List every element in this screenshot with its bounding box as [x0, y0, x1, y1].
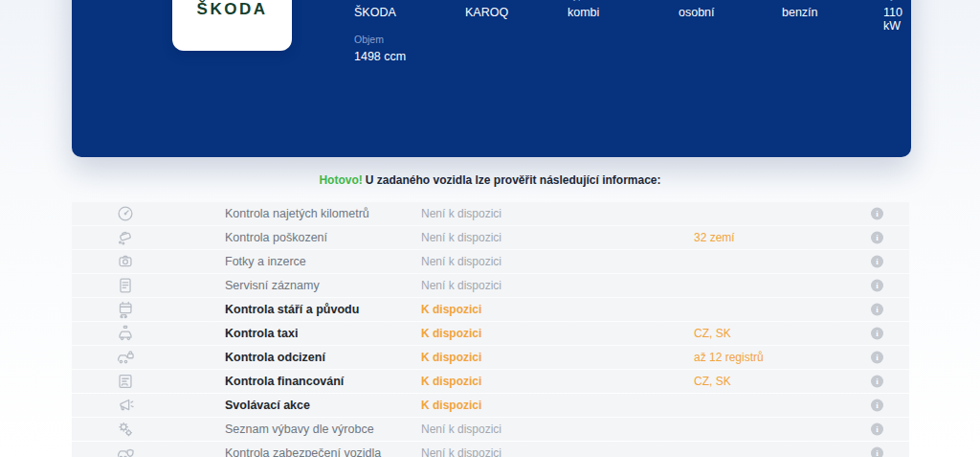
- field-body-type: Typ karosérie kombi: [568, 0, 628, 19]
- check-label: Svolávací akce: [225, 399, 310, 412]
- check-status: Není k dispozici: [421, 207, 501, 220]
- check-status: K dispozici: [421, 375, 481, 388]
- table-row[interactable]: Kontrola odcizení K dispozici kontrolová…: [72, 346, 909, 369]
- check-status: Není k dispozici: [421, 231, 501, 244]
- table-row[interactable]: Kontrola stáří a původu K dispozici: [72, 298, 909, 321]
- table-row[interactable]: Servisní záznamy Není k dispozici: [72, 274, 909, 297]
- check-status: Není k dispozici: [421, 446, 501, 457]
- field-brand: Tovární značka ŠKODA: [354, 0, 422, 19]
- check-status: K dispozici: [421, 399, 481, 412]
- table-row[interactable]: Kontrola najetých kilometrů Není k dispo…: [72, 202, 909, 225]
- status-highlight: Hotovo!: [319, 173, 362, 187]
- table-row[interactable]: Kontrola financování K dispozici kontrol…: [72, 370, 909, 393]
- check-label: Fotky a inzerce: [225, 255, 306, 268]
- camera-icon: [115, 251, 136, 272]
- check-label: Kontrola odcizení: [225, 351, 325, 364]
- info-icon[interactable]: [871, 280, 883, 292]
- info-icon[interactable]: [871, 328, 883, 340]
- check-status: K dispozici: [421, 303, 481, 316]
- info-icon[interactable]: [871, 232, 883, 244]
- gears-icon: [115, 419, 136, 440]
- taxi-icon: [115, 323, 136, 344]
- table-row[interactable]: Fotky a inzerce Není k dispozici: [72, 250, 909, 273]
- car-damage-icon: [115, 227, 136, 248]
- check-label: Seznam výbavy dle výrobce: [225, 423, 374, 436]
- field-power: Výkon 110 kW: [883, 0, 911, 33]
- checked-value: CZ, SK: [694, 375, 731, 388]
- info-icon[interactable]: [871, 423, 883, 436]
- info-icon[interactable]: [871, 447, 883, 457]
- check-status: K dispozici: [421, 327, 481, 340]
- field-model: Model KAROQ: [465, 0, 508, 19]
- status-text: U zadaného vozidla lze prověřit následuj…: [366, 173, 661, 187]
- info-icon[interactable]: [871, 400, 883, 412]
- info-icon[interactable]: [871, 352, 883, 364]
- check-label: Kontrola financování: [225, 375, 344, 388]
- check-label: Kontrola stáří a původu: [225, 303, 359, 316]
- table-row[interactable]: Kontrola zabezpečení vozidla Není k disp…: [72, 442, 909, 457]
- brand-logo-card: ŠKODA: [172, 0, 292, 51]
- checked-value: CZ, SK: [694, 327, 731, 340]
- result-status-line: Hotovo!U zadaného vozidla lze prověřit n…: [0, 173, 980, 187]
- car-shield-icon: [115, 443, 136, 457]
- check-label: Kontrola taxi: [225, 327, 298, 340]
- table-row[interactable]: Kontrola taxi K dispozici kontrolováno: …: [72, 322, 909, 345]
- table-row[interactable]: Seznam výbavy dle výrobce Není k dispozi…: [72, 418, 909, 441]
- calendar-car-icon: [115, 299, 136, 320]
- megaphone-icon: [115, 395, 136, 416]
- check-status: Není k dispozici: [421, 279, 501, 292]
- check-label: Kontrola najetých kilometrů: [225, 207, 369, 220]
- field-fuel: Palivo benzín: [782, 0, 818, 19]
- check-label: Kontrola zabezpečení vozidla: [225, 446, 381, 457]
- checks-table: Kontrola najetých kilometrů Není k dispo…: [72, 202, 909, 457]
- skoda-wordmark: ŠKODA: [172, 0, 292, 19]
- field-vehicle-kind: Druh vozidla osobní: [679, 0, 734, 19]
- info-icon[interactable]: [871, 208, 883, 220]
- field-engine-volume: Objem 1498 ccm: [354, 34, 406, 63]
- gauge-icon: [115, 203, 136, 224]
- check-status: K dispozici: [421, 351, 481, 364]
- car-lock-icon: [115, 347, 136, 368]
- checked-value: až 12 registrů: [694, 351, 764, 364]
- service-book-icon: [115, 275, 136, 296]
- checked-value: 32 zemí: [694, 231, 735, 244]
- vehicle-summary-panel: ŠKODA TMBJR7NUXJ2007073 ✓ kontrolní čísl…: [72, 0, 911, 157]
- check-status: Není k dispozici: [421, 423, 501, 436]
- vin-check-page: ŠKODA TMBJR7NUXJ2007073 ✓ kontrolní čísl…: [0, 0, 980, 457]
- info-icon[interactable]: [871, 376, 883, 388]
- table-row[interactable]: Svolávací akce K dispozici: [72, 394, 909, 417]
- finance-doc-icon: [115, 371, 136, 392]
- info-icon[interactable]: [871, 256, 883, 268]
- check-label: Kontrola poškození: [225, 231, 327, 244]
- table-row[interactable]: Kontrola poškození Není k dispozici kont…: [72, 226, 909, 249]
- check-label: Servisní záznamy: [225, 279, 320, 292]
- info-icon[interactable]: [871, 304, 883, 316]
- check-status: Není k dispozici: [421, 255, 501, 268]
